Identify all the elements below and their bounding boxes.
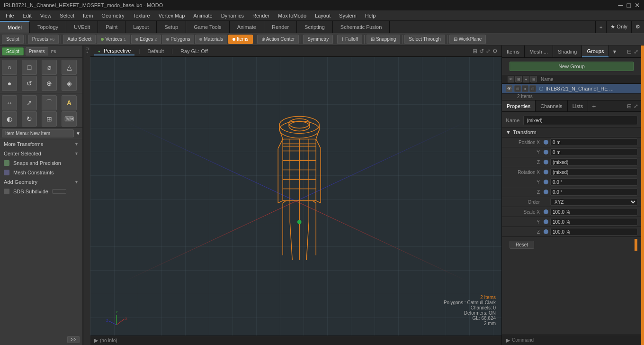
minimize-button[interactable]: ─: [618, 1, 623, 9]
tab-add[interactable]: +: [595, 21, 606, 33]
menu-center-selected[interactable]: Center Selected ▼: [0, 149, 82, 158]
props-tab-properties[interactable]: Properties: [502, 100, 536, 111]
tab-settings[interactable]: ⚙: [631, 21, 644, 33]
edges-button[interactable]: Edges 2: [131, 35, 161, 44]
presets-button[interactable]: Presets F6: [28, 35, 59, 44]
action-center-button[interactable]: ⊕ Action Center: [257, 35, 299, 44]
group-icon-render-0[interactable]: ⊞: [514, 85, 521, 92]
auto-select-button[interactable]: Auto Select: [63, 35, 96, 44]
menu-geometry[interactable]: Geometry: [98, 12, 128, 19]
menu-file[interactable]: File: [2, 12, 18, 19]
scale-z-input[interactable]: [550, 228, 637, 236]
tool-sphere[interactable]: ○: [2, 60, 17, 75]
rotation-z-input[interactable]: [550, 188, 637, 196]
vp-maximize-icon[interactable]: ⤢: [486, 48, 491, 54]
add-geometry-expand[interactable]: ▼: [74, 180, 79, 184]
scale-y-input[interactable]: [550, 218, 637, 226]
vp-reset-icon[interactable]: ↺: [479, 48, 484, 54]
tool-cw[interactable]: ↻: [22, 111, 37, 127]
tab-topology[interactable]: Topology: [30, 21, 66, 33]
sculpt-toggle[interactable]: Sculpt: [2, 47, 24, 55]
menu-add-geometry[interactable]: Add Geometry ▼: [0, 177, 82, 187]
menu-snaps-precision[interactable]: Snaps and Precision: [0, 158, 82, 168]
left-more-btn[interactable]: >>: [67, 336, 80, 343]
menu-help[interactable]: Help: [361, 12, 380, 19]
tool-kb[interactable]: ⌨: [62, 111, 77, 127]
group-icon-vis-0[interactable]: ●: [522, 85, 528, 92]
menu-sds-subdivide[interactable]: SDS Subdivide: [0, 187, 82, 196]
position-y-input[interactable]: [550, 148, 637, 156]
props-icon-minimize[interactable]: ⊟: [627, 103, 632, 109]
vert-label-de[interactable]: De...: [84, 45, 90, 345]
menu-vertex-map[interactable]: Vertex Map: [155, 12, 189, 19]
tab-animate[interactable]: Animate: [230, 21, 264, 33]
tool-cone[interactable]: △: [62, 60, 77, 75]
right-tab-groups[interactable]: Groups: [582, 45, 609, 57]
right-panel-maximize-icon[interactable]: ⤢: [634, 48, 638, 55]
item-menu-arrow[interactable]: ▼: [76, 131, 80, 136]
props-icon-maximize[interactable]: ⤢: [634, 103, 638, 109]
right-panel-minimize-icon[interactable]: ⊟: [627, 48, 632, 55]
tool-rotate[interactable]: ↺: [22, 76, 37, 91]
tab-setup[interactable]: Setup: [157, 21, 186, 33]
group-item-0[interactable]: 👁 ⊞ ● ⊞ ⬡ IRLB8721_N_Channel_HE ...: [502, 84, 641, 94]
menu-texture[interactable]: Texture: [129, 12, 154, 19]
group-eye-0[interactable]: 👁: [506, 85, 512, 92]
vp-raygl-tab[interactable]: Ray GL: Off: [177, 47, 212, 55]
polygons-button[interactable]: Polygons: [162, 35, 194, 44]
symmetry-button[interactable]: Symmetry: [303, 35, 333, 44]
tab-layout[interactable]: Layout: [125, 21, 157, 33]
rotation-x-input[interactable]: [550, 168, 637, 176]
new-group-button[interactable]: New Group: [510, 62, 634, 71]
menu-render[interactable]: Render: [249, 12, 273, 19]
menu-layout[interactable]: Layout: [311, 12, 334, 19]
window-controls[interactable]: ─ □ ✕: [618, 1, 640, 9]
menu-item[interactable]: Item: [79, 12, 97, 19]
tool-add[interactable]: ⊕: [42, 76, 57, 91]
vert-label-dup[interactable]: Dup...: [83, 45, 84, 345]
reset-button[interactable]: Reset: [510, 241, 534, 249]
menu-animate[interactable]: Animate: [189, 12, 216, 19]
select-through-button[interactable]: Select Through: [404, 35, 445, 44]
order-select[interactable]: XYZ XZY YXZ ZXY: [550, 198, 637, 206]
right-tab-items[interactable]: Items: [502, 45, 525, 57]
vp-default-tab[interactable]: Default: [143, 47, 168, 55]
menu-more-transforms[interactable]: More Transforms ▼: [0, 139, 82, 149]
prop-name-input[interactable]: [523, 116, 637, 125]
right-tab-shading[interactable]: Shading: [553, 45, 582, 57]
rotation-y-input[interactable]: [550, 178, 637, 186]
presets-toggle[interactable]: Presets: [26, 47, 48, 55]
tool-diamond[interactable]: ◈: [62, 76, 77, 91]
tool-grid-t[interactable]: ⊞: [42, 111, 57, 127]
menu-mesh-constraints[interactable]: Mesh Constraints: [0, 168, 82, 177]
tab-uvedit[interactable]: UVEdit: [66, 21, 98, 33]
right-tab-mesh[interactable]: Mesh ...: [525, 45, 553, 57]
position-z-input[interactable]: [550, 158, 637, 166]
viewport[interactable]: ● Perspective | Default | Ray GL: Off ⊞ …: [90, 45, 501, 345]
tool-cylinder[interactable]: ⌀: [42, 60, 57, 75]
workplane-button[interactable]: ⊟ WorkPlane: [449, 35, 486, 44]
menu-select[interactable]: Select: [56, 12, 78, 19]
props-add-tab[interactable]: +: [588, 100, 599, 111]
tab-game-tools[interactable]: Game Tools: [186, 21, 230, 33]
viewport-canvas[interactable]: X Y Z 2 Items Polygons : Catmull-Clark C…: [90, 57, 501, 345]
sds-slider[interactable]: [52, 189, 66, 194]
tab-paint[interactable]: Paint: [98, 21, 125, 33]
props-tab-lists[interactable]: Lists: [568, 100, 589, 111]
tool-box[interactable]: □: [22, 60, 37, 75]
tab-render[interactable]: Render: [264, 21, 297, 33]
tool-smooth[interactable]: ⌒: [42, 95, 57, 110]
falloff-button[interactable]: ⌇ Falloff: [337, 35, 362, 44]
vp-perspective-tab[interactable]: ● Perspective: [94, 47, 134, 55]
menu-maxtomodo[interactable]: MaxToModo: [274, 12, 310, 19]
center-selected-expand[interactable]: ▼: [74, 151, 79, 156]
vertices-button[interactable]: Vertices 1: [97, 35, 130, 44]
sculpt-button[interactable]: Sculpt: [2, 35, 24, 44]
tool-nudge[interactable]: ↗: [22, 95, 37, 110]
right-tab-dropdown[interactable]: ▼: [609, 45, 620, 57]
tool-text[interactable]: A: [62, 95, 77, 110]
tab-model[interactable]: Model: [0, 21, 30, 33]
vp-settings-icon[interactable]: ⚙: [492, 48, 498, 54]
props-tab-channels[interactable]: Channels: [536, 100, 567, 111]
materials-button[interactable]: Materials: [195, 35, 227, 44]
